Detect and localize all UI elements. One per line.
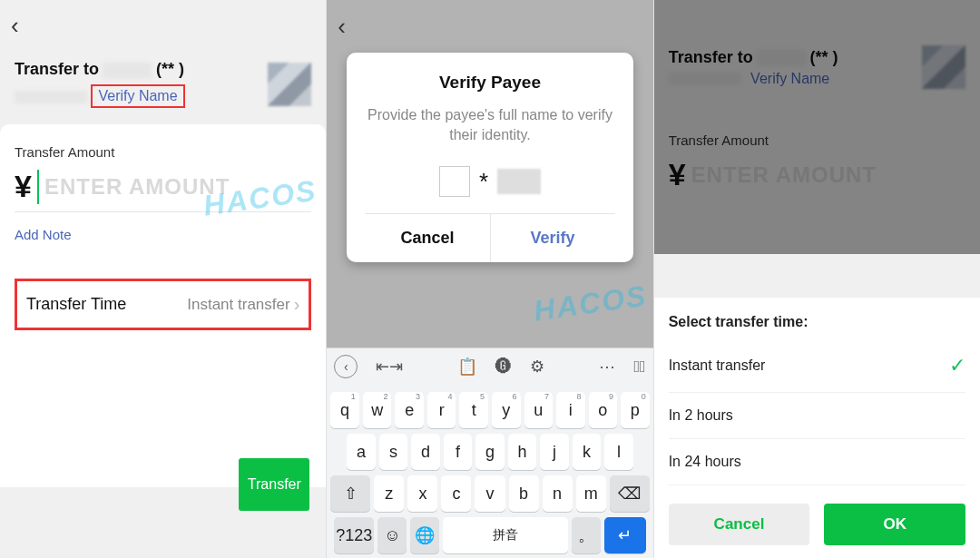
name-input[interactable] (439, 166, 470, 197)
keyboard-toolbar: ‹ ⇤⇥ 📋 🅖 ⚙ ⋯ 🎙̸ (327, 348, 652, 385)
chevron-right-icon: › (294, 294, 300, 315)
verify-name-link[interactable]: Verify Name (98, 88, 177, 103)
payee-sub-redacted (15, 91, 87, 103)
kbd-key-n[interactable]: n (543, 475, 573, 512)
option-label: In 24 hours (669, 454, 741, 470)
kbd-emoji-icon[interactable]: ☺ (377, 517, 407, 553)
kbd-key-i[interactable]: i8 (556, 392, 585, 428)
transfer-time-value: Instant transfer (187, 296, 289, 314)
kbd-key-u[interactable]: u7 (524, 392, 554, 428)
kbd-enter[interactable]: ↵ (604, 517, 646, 553)
kbd-key-x[interactable]: x (407, 475, 437, 512)
kbd-key-h[interactable]: h (508, 434, 536, 470)
amount-label: Transfer Amount (15, 144, 311, 160)
check-icon: ✓ (949, 354, 965, 377)
kbd-key-o[interactable]: o9 (589, 392, 618, 428)
option-label: In 2 hours (669, 407, 733, 424)
verify-button[interactable]: Verify (491, 214, 615, 262)
sheet-title: Select transfer time: (669, 314, 965, 330)
kbd-text-handle-icon[interactable]: ⇤⇥ (376, 357, 403, 377)
option-label: Instant transfer (669, 357, 766, 374)
modal-buttons: Cancel Verify (365, 213, 614, 262)
dim-overlay (654, 0, 980, 254)
kbd-translate-icon[interactable]: 🅖 (495, 357, 512, 377)
modal-description: Provide the payee's full name to verify … (365, 105, 614, 144)
transfer-to-label: Transfer to (15, 60, 99, 78)
kbd-settings-icon[interactable]: ⚙ (530, 357, 544, 377)
kbd-space[interactable]: 拼音 (443, 517, 567, 553)
modal-title: Verify Payee (365, 73, 614, 93)
payee-mask: (** ) (156, 60, 184, 78)
back-icon[interactable]: ‹ (11, 12, 19, 40)
kbd-key-b[interactable]: b (509, 475, 539, 512)
currency-symbol: ¥ (15, 169, 32, 204)
kbd-backspace[interactable]: ⌫ (610, 475, 650, 512)
transfer-time-row[interactable]: Transfer Time Instant transfer › (15, 279, 311, 330)
masked-char: * (479, 168, 488, 196)
panel-verify-payee: ‹ Verify Payee Provide the payee's full … (327, 0, 653, 558)
verify-name-highlight: Verify Name (91, 84, 184, 108)
transfer-time-label: Transfer Time (26, 295, 126, 314)
payee-block: Transfer to (** ) Verify Name (0, 51, 326, 124)
amount-card: Transfer Amount ¥ ENTER AMOUNT Add Note … (0, 124, 326, 487)
kbd-key-k[interactable]: k (573, 434, 601, 470)
kbd-key-q[interactable]: q1 (330, 392, 359, 428)
back-icon[interactable]: ‹ (338, 13, 346, 41)
cancel-button[interactable]: Cancel (365, 214, 490, 262)
kbd-key-j[interactable]: j (540, 434, 568, 470)
masked-suffix (497, 169, 541, 194)
add-note-link[interactable]: Add Note (15, 227, 311, 242)
kbd-key-g[interactable]: g (475, 434, 504, 470)
kbd-key-w[interactable]: w2 (363, 392, 392, 428)
kbd-key-a[interactable]: a (347, 434, 375, 470)
kbd-collapse-icon[interactable]: ‹ (334, 355, 358, 378)
kbd-key-f[interactable]: f (444, 434, 472, 470)
payee-name-redacted (103, 63, 152, 79)
kbd-key-c[interactable]: c (441, 475, 471, 512)
soft-keyboard: ‹ ⇤⇥ 📋 🅖 ⚙ ⋯ 🎙̸ q1w2e3r4t5y6u7i8o9p0 asd… (327, 348, 652, 558)
kbd-key-s[interactable]: s (379, 434, 407, 470)
header: ‹ (0, 0, 326, 51)
ok-button[interactable]: OK (824, 504, 965, 545)
amount-input-row[interactable]: ¥ ENTER AMOUNT (15, 169, 311, 212)
kbd-key-v[interactable]: v (475, 475, 505, 512)
kbd-shift[interactable]: ⇧ (330, 475, 370, 512)
payee-avatar (268, 63, 311, 106)
kbd-mic-off-icon[interactable]: 🎙̸ (633, 357, 645, 377)
transfer-time-option[interactable]: Instant transfer✓ (669, 339, 965, 393)
panel-transfer-form: ‹ Transfer to (** ) Verify Name Transf (0, 0, 327, 558)
kbd-key-r[interactable]: r4 (427, 392, 456, 428)
cancel-button[interactable]: Cancel (669, 504, 810, 545)
kbd-globe-icon[interactable]: 🌐 (410, 517, 439, 553)
kbd-key-p[interactable]: p0 (621, 392, 650, 428)
kbd-key-y[interactable]: y6 (492, 392, 521, 428)
transfer-time-option[interactable]: In 24 hours (669, 439, 965, 485)
input-cursor (37, 170, 39, 204)
kbd-period[interactable]: 。 (572, 517, 601, 553)
transfer-time-sheet: Select transfer time: Instant transfer✓I… (654, 298, 980, 558)
kbd-key-t[interactable]: t5 (459, 392, 488, 428)
verify-payee-modal: Verify Payee Provide the payee's full na… (347, 53, 632, 262)
transfer-button[interactable]: Transfer (239, 458, 309, 511)
transfer-time-option[interactable]: In 2 hours (669, 393, 965, 439)
kbd-key-m[interactable]: m (576, 475, 606, 512)
amount-placeholder: ENTER AMOUNT (44, 174, 230, 200)
kbd-more-icon[interactable]: ⋯ (599, 357, 615, 377)
kbd-key-e[interactable]: e3 (395, 392, 424, 428)
kbd-key-z[interactable]: z (374, 475, 404, 512)
kbd-numeric[interactable]: ?123 (334, 517, 374, 553)
kbd-key-d[interactable]: d (411, 434, 439, 470)
kbd-key-l[interactable]: l (604, 434, 632, 470)
panel-select-time: Transfer to (** ) Verify Name Transfer A… (654, 0, 980, 558)
kbd-clipboard-icon[interactable]: 📋 (457, 357, 477, 377)
name-input-row: * (365, 166, 614, 197)
